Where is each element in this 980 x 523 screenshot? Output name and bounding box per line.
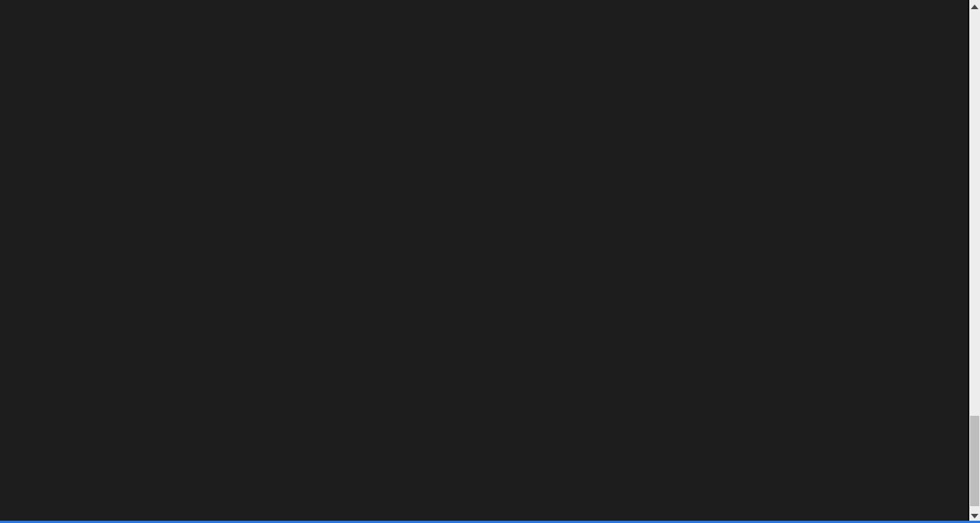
scrollbar-down-arrow-icon[interactable] bbox=[971, 514, 978, 518]
scrollbar-up-arrow-icon[interactable] bbox=[971, 5, 978, 9]
terminal-content bbox=[0, 0, 968, 523]
scrollbar-thumb[interactable] bbox=[970, 416, 979, 506]
scrollbar[interactable] bbox=[968, 0, 980, 523]
htop-terminal bbox=[0, 0, 980, 523]
